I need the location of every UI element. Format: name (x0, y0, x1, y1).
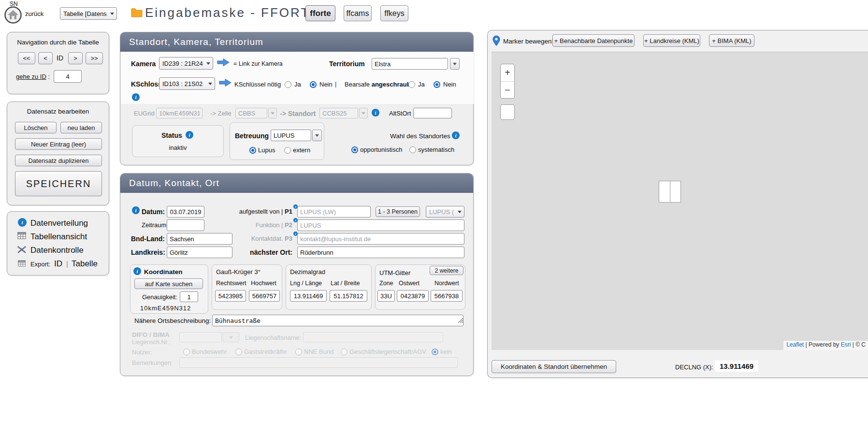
kamera-select[interactable]: ID239 : 21R24 (159, 57, 213, 70)
lat-input[interactable] (330, 290, 367, 302)
links-panel: Datenverteilung Tabellenansicht Datenkon… (7, 211, 109, 276)
betreuung-input[interactable] (271, 130, 311, 141)
table-select[interactable]: Tabelle [Datens (60, 7, 117, 20)
territorium-input[interactable] (372, 58, 448, 70)
zone-input[interactable] (377, 290, 395, 302)
reload-button[interactable]: neu laden (60, 122, 102, 133)
kschluessel-nein-radio[interactable] (310, 81, 317, 88)
p1-input[interactable] (297, 206, 371, 218)
info-icon[interactable] (372, 109, 379, 116)
lng-input[interactable] (290, 290, 327, 302)
zeitraum-input[interactable] (167, 219, 204, 231)
bndland-label: Bnd-Land: (131, 235, 165, 243)
datum-input[interactable] (167, 206, 204, 218)
beschreibung-input[interactable] (212, 315, 463, 326)
esri-link[interactable]: Esri (841, 341, 851, 348)
nordwert-input[interactable] (431, 290, 463, 302)
app-tab-ffkeys[interactable]: ffkeys (380, 5, 408, 21)
kein-radio-label: kein (440, 348, 452, 355)
nne-bund-radio-label: NNE Bund (304, 348, 333, 355)
betreuung-dropdown-button[interactable] (312, 130, 322, 141)
ort-input[interactable] (297, 247, 464, 258)
app-tab-ffcams[interactable]: ffcams (344, 5, 372, 21)
landkreis-input[interactable] (167, 247, 232, 258)
neighbors-button[interactable]: + Benachbarte Datenpunkte (552, 34, 635, 47)
map-canvas[interactable]: + − Leaflet | Powered by Esri | © C (492, 52, 868, 350)
nav-prev-button[interactable]: < (38, 52, 53, 64)
nav-next-button[interactable]: > (68, 52, 83, 64)
personen-button[interactable]: 1 - 3 Personen (376, 206, 420, 217)
kschluessel-ja-radio[interactable] (285, 81, 291, 88)
gauss-krueger-box: Gauß-Krüger 3° Rechtswert Hochwert (212, 264, 282, 310)
dezimalgrad-box: Dezimalgrad Lng / Länge Lat / Breite (286, 264, 372, 310)
link-arrow-icon[interactable] (217, 58, 230, 69)
goto-id-input[interactable] (54, 70, 82, 83)
map-marker-placeholder[interactable] (659, 181, 681, 203)
hochwert-input[interactable] (249, 290, 280, 302)
resize-grip-icon[interactable] (458, 317, 463, 325)
info-icon[interactable] (186, 131, 193, 139)
aufgestellt-label-text: aufgestellt von | (239, 208, 285, 215)
ostwert-input[interactable] (397, 290, 429, 302)
table-icon (18, 260, 26, 269)
link-tabellenansicht[interactable]: Tabellenansicht (30, 232, 87, 242)
kschluessel-label: KSchlüssel nötig (234, 81, 281, 88)
info-icon[interactable] (452, 131, 460, 139)
info-icon[interactable] (132, 206, 140, 214)
altstort-input[interactable] (413, 108, 452, 118)
p1-select[interactable]: LUPUS (LW (426, 206, 464, 218)
datum-panel-title: Datum, Kontakt, Ort (129, 178, 219, 189)
genauigkeit-input[interactable] (180, 291, 198, 302)
bundeswehr-radio-label: Bundeswehr (192, 348, 227, 355)
kschluessel-nein-label: Nein (319, 81, 333, 88)
link-arrow-icon[interactable] (219, 78, 231, 89)
kschloss-select[interactable]: ID103 : 21S02 (159, 77, 215, 90)
bearsafe-ja-radio[interactable] (408, 81, 415, 88)
export-tabelle-link[interactable]: Tabelle (72, 259, 98, 269)
bima-kml-button[interactable]: + BIMA (KML) (709, 34, 754, 47)
wahl-standort-label: Wahl des Standortes (390, 132, 450, 140)
map-layers-control[interactable] (500, 104, 515, 120)
bearsafe-nein-radio[interactable] (434, 81, 440, 88)
info-icon[interactable] (132, 93, 140, 101)
rechtswert-input[interactable] (215, 290, 246, 302)
app-tab-fforte[interactable]: fforte (305, 5, 335, 21)
home-icon[interactable] (4, 6, 22, 26)
leaflet-link[interactable]: Leaflet (786, 341, 804, 348)
delete-button[interactable]: Löschen (15, 122, 57, 133)
extern-radio[interactable] (284, 147, 291, 154)
zoom-out-button[interactable]: − (501, 82, 514, 98)
attribution-text: | Powered by (804, 341, 841, 348)
info-icon[interactable] (133, 267, 141, 275)
duplicate-button[interactable]: Datensatz duplizieren (15, 155, 102, 166)
utm-more-button[interactable]: 2 weitere (430, 266, 463, 275)
lupus-radio[interactable] (249, 147, 256, 154)
territorium-dropdown-button[interactable] (450, 58, 460, 70)
utm-title: UTM-Gitter (379, 269, 410, 276)
divider (670, 181, 670, 202)
save-button[interactable]: SPEICHERN (15, 171, 102, 196)
apply-coordinates-button[interactable]: Koordinaten & Standort übernehmen (492, 360, 616, 373)
goto-id-link-text[interactable]: gehe zu ID (16, 73, 46, 80)
beschreibung-label: Nähere Ortsbeschreibung: (134, 317, 211, 324)
back-link[interactable]: zurück (25, 10, 43, 17)
nav-first-button[interactable]: << (18, 52, 35, 64)
kamera-select-value: ID239 : 21R24 (162, 60, 203, 67)
funktion-label-text: Funktion | (256, 221, 285, 229)
systematisch-radio[interactable] (409, 146, 416, 153)
karte-suchen-button[interactable]: auf Karte suchen (134, 278, 203, 289)
link-datenkontrolle[interactable]: Datenkontrolle (30, 246, 84, 255)
export-id-link[interactable]: ID (54, 259, 62, 269)
bndland-input[interactable] (167, 233, 232, 245)
zoom-in-button[interactable]: + (501, 64, 514, 81)
link-datenverteilung[interactable]: Datenverteilung (30, 218, 88, 228)
map-pin-icon (492, 35, 500, 48)
new-entry-button[interactable]: Neuer Eintrag (leer) (15, 138, 102, 150)
nav-last-button[interactable]: >> (86, 52, 103, 64)
chevron-down-icon (110, 13, 114, 17)
p2-input[interactable] (297, 219, 464, 231)
goto-id-link[interactable]: gehe zu ID : (16, 73, 50, 80)
p3-input[interactable] (297, 233, 464, 245)
opportunistisch-radio[interactable] (351, 146, 358, 153)
landkreise-kml-button[interactable]: + Landkreise (KML) (643, 34, 700, 47)
